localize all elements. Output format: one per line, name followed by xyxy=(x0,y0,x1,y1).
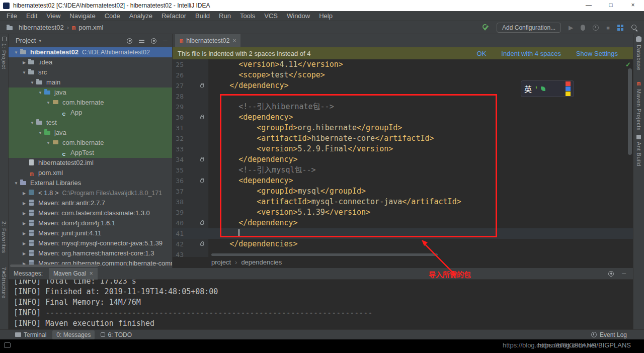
chevron-down-icon[interactable]: ▼ xyxy=(29,78,36,88)
tree-item-maven-com-fasterxml-classmate-1-3-0[interactable]: ▶Maven: com.fasterxml:classmate:1.3.0 xyxy=(9,208,172,218)
statusbar-tab-6-todo[interactable]: 6: TODO xyxy=(97,330,136,339)
menu-window[interactable]: Window xyxy=(282,11,314,21)
toolwindow-button-ant-build[interactable]: Ant Build xyxy=(633,135,644,166)
fold-marker-icon[interactable] xyxy=(200,243,204,246)
tree-item-maven-mysql-mysql-connector-java-5-1-39[interactable]: ▶Maven: mysql:mysql-connector-java:5.1.3… xyxy=(9,238,172,248)
chevron-down-icon[interactable]: ▼ xyxy=(21,68,28,78)
tree-item-com-hibernate[interactable]: ▼com.hibernate xyxy=(9,138,172,148)
close-button[interactable]: × xyxy=(622,0,644,11)
menu-edit[interactable]: Edit xyxy=(22,11,42,21)
tree-item-test[interactable]: ▼test xyxy=(9,118,172,128)
run-button[interactable]: ▶ xyxy=(569,24,573,31)
notification-action-indent-with-4-spaces[interactable]: Indent with 4 spaces xyxy=(501,50,561,57)
code-line-29[interactable]: 29 <!--引入hibernate包--> xyxy=(173,102,633,112)
code-line-30[interactable]: 30 <dependency> xyxy=(173,112,633,123)
menu-tools[interactable]: Tools xyxy=(235,11,260,21)
tree-item-maven-antlr-antlr-2-7-7[interactable]: ▶Maven: antlr:antlr:2.7.7 xyxy=(9,198,172,208)
project-panel-title[interactable]: Project xyxy=(16,34,36,47)
locate-file-icon[interactable] xyxy=(127,38,132,44)
minimize-button[interactable]: — xyxy=(578,0,600,11)
code-line-43[interactable]: 43 xyxy=(173,249,633,257)
tree-item-hibernatetest02-iml[interactable]: hibernatetest02.iml xyxy=(9,158,172,168)
search-icon[interactable] xyxy=(631,24,638,31)
code-line-39[interactable]: 39 <version>5.1.39</version> xyxy=(173,207,633,218)
code-line-32[interactable]: 32 <artifactId>hibernate-core</artifactI… xyxy=(173,133,633,144)
tree-item-java[interactable]: ▼java xyxy=(9,128,172,138)
tree-item-maven-org-hamcrest-hamcrest-core-1-3[interactable]: ▶Maven: org.hamcrest:hamcrest-core:1.3 xyxy=(9,248,172,258)
wrench-icon[interactable] xyxy=(482,24,489,31)
fold-marker-icon[interactable] xyxy=(200,180,204,183)
fold-marker-icon[interactable] xyxy=(200,158,204,161)
close-tab-icon[interactable]: × xyxy=(232,37,236,44)
statusbar-tab-terminal[interactable]: Terminal xyxy=(11,330,50,339)
project-horizontal-scrollbar[interactable] xyxy=(10,264,98,267)
breadcrumb-project[interactable]: project xyxy=(211,258,231,266)
breadcrumb-file[interactable]: pom.xml xyxy=(78,24,103,31)
breadcrumb-project[interactable]: hibernatetest02 xyxy=(19,24,64,31)
fold-marker-icon[interactable] xyxy=(200,116,204,119)
fold-marker-icon[interactable] xyxy=(200,84,204,87)
tree-item-java[interactable]: ▼java xyxy=(9,87,172,98)
menu-help[interactable]: Help xyxy=(314,11,337,21)
tree-item-maven-dom4j-dom4j-1-6-1[interactable]: ▶Maven: dom4j:dom4j:1.6.1 xyxy=(9,218,172,228)
code-line-41[interactable]: 41 xyxy=(173,228,633,239)
breadcrumb-dependencies[interactable]: dependencies xyxy=(241,258,282,266)
gear-icon[interactable] xyxy=(608,271,614,277)
chevron-right-icon[interactable]: ▶ xyxy=(21,229,28,239)
chevron-down-icon[interactable]: ▼ xyxy=(45,138,52,148)
add-configuration-button[interactable]: Add Configuration... xyxy=(497,23,561,33)
menu-refactor[interactable]: Refactor xyxy=(157,11,191,21)
ime-language-indicator[interactable]: 英 xyxy=(524,83,532,94)
collapse-all-icon[interactable] xyxy=(139,39,144,43)
tree-item-pom-xml[interactable]: mpom.xml xyxy=(9,168,172,178)
notification-action-show-settings[interactable]: Show Settings xyxy=(576,50,618,57)
toolwindow-button-database[interactable]: Database xyxy=(633,36,644,70)
event-log-button[interactable]: Event Log xyxy=(591,331,627,338)
code-line-40[interactable]: 40 </dependency> xyxy=(173,218,633,228)
code-line-31[interactable]: 31 <groupId>org.hibernate</groupId> xyxy=(173,123,633,133)
maven-goal-tab[interactable]: Maven Goal × xyxy=(49,268,98,280)
tree-item-maven-junit-junit-4-11[interactable]: ▶Maven: junit:junit:4.11 xyxy=(9,228,172,238)
tree-item-idea[interactable]: ▶.idea xyxy=(9,57,172,67)
chevron-right-icon[interactable]: ▶ xyxy=(21,58,28,68)
console-output[interactable]: [INFO] Total time: 17.023 s[INFO] Finish… xyxy=(14,276,631,329)
tree-item-external-libraries[interactable]: ▼External Libraries xyxy=(9,178,172,188)
code-line-37[interactable]: 37 <groupId>mysql</groupId> xyxy=(173,186,633,197)
tree-item-main[interactable]: ▼main xyxy=(9,77,172,87)
maximize-button[interactable]: □ xyxy=(600,0,622,11)
close-icon[interactable]: × xyxy=(90,270,93,277)
toolwindow-button-2-favorites[interactable]: 2: Favorites xyxy=(1,221,7,253)
chevron-right-icon[interactable]: ▶ xyxy=(21,189,28,199)
hide-panel-icon[interactable]: ─ xyxy=(622,271,626,277)
chevron-down-icon[interactable]: ▾ xyxy=(39,34,41,47)
code-line-38[interactable]: 38 <artifactId>mysql-connector-java</art… xyxy=(173,197,633,207)
editor-tab-hibernatetest02[interactable]: m hibernatetest02 × xyxy=(175,34,240,47)
debug-icon[interactable] xyxy=(581,25,585,31)
chevron-right-icon[interactable]: ▶ xyxy=(21,219,28,229)
chevron-right-icon[interactable]: ▶ xyxy=(21,239,28,249)
toolwindow-button-maven-projects[interactable]: mMaven Projects xyxy=(633,80,644,131)
fold-marker-icon[interactable] xyxy=(200,222,204,225)
code-line-33[interactable]: 33 <version>5.2.9.Final</version> xyxy=(173,144,633,154)
code-line-42[interactable]: 42 </dependencies> xyxy=(173,239,633,249)
tree-item-app[interactable]: CApp xyxy=(9,108,172,118)
stop-button[interactable]: ■ xyxy=(606,25,610,31)
code-line-35[interactable]: 35 <!--引入mysql包--> xyxy=(173,165,633,175)
input-method-widget[interactable]: 英 ’ xyxy=(521,80,574,97)
code-line-34[interactable]: 34 </dependency> xyxy=(173,154,633,165)
chevron-down-icon[interactable]: ▼ xyxy=(29,118,36,128)
statusbar-tab-0-messages[interactable]: 0: Messages xyxy=(52,330,95,339)
code-line-25[interactable]: 25 <version>4.11</version> xyxy=(173,59,633,70)
hide-panel-icon[interactable]: ─ xyxy=(163,34,167,47)
profiler-icon[interactable] xyxy=(593,25,599,31)
menu-analyze[interactable]: Analyze xyxy=(125,11,157,21)
menu-build[interactable]: Build xyxy=(191,11,214,21)
code-line-36[interactable]: 36 <dependency> xyxy=(173,175,633,186)
tree-item-src[interactable]: ▼src xyxy=(9,67,172,77)
marketplace-grid-icon[interactable] xyxy=(617,25,623,31)
code-line-26[interactable]: 26 <scope>test</scope> xyxy=(173,70,633,80)
chevron-down-icon[interactable]: ▼ xyxy=(37,88,44,98)
menu-code[interactable]: Code xyxy=(100,11,125,21)
chevron-down-icon[interactable]: ▼ xyxy=(13,179,20,189)
ime-toolbox-icon[interactable] xyxy=(566,81,571,96)
